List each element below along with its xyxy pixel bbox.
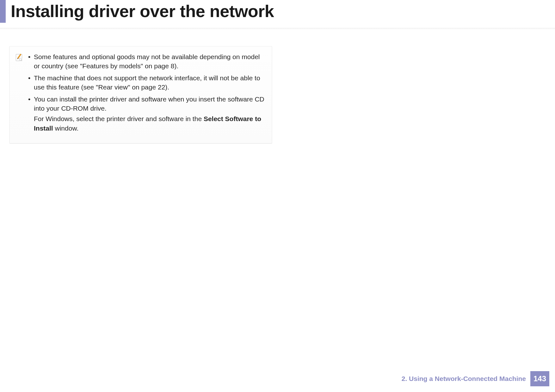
note-bullet-extra-post: window. [53, 125, 79, 132]
note-bullet-extra-pre: For Windows, select the printer driver a… [34, 115, 204, 122]
note-bullet-extra: For Windows, select the printer driver a… [34, 114, 267, 133]
header-divider [0, 28, 555, 30]
header-accent-bar [0, 0, 6, 23]
chapter-label: 2. Using a Network-Connected Machine [402, 375, 526, 383]
page-header: Installing driver over the network [0, 0, 555, 23]
note-bullet-list: Some features and optional goods may not… [27, 52, 267, 135]
note-panel: Some features and optional goods may not… [9, 46, 272, 143]
page-footer: 2. Using a Network-Connected Machine 143 [402, 371, 549, 386]
note-bullet-text: You can install the printer driver and s… [34, 95, 264, 112]
note-bullet-item: Some features and optional goods may not… [27, 52, 267, 71]
note-bullet-text: The machine that does not support the ne… [34, 74, 260, 91]
note-bullet-text: Some features and optional goods may not… [34, 53, 260, 70]
note-icon [15, 53, 23, 61]
content-column: Some features and optional goods may not… [9, 46, 272, 143]
page-number: 143 [530, 371, 549, 386]
note-bullet-item: You can install the printer driver and s… [27, 95, 267, 133]
page-title: Installing driver over the network [6, 0, 274, 23]
note-bullet-item: The machine that does not support the ne… [27, 73, 267, 92]
